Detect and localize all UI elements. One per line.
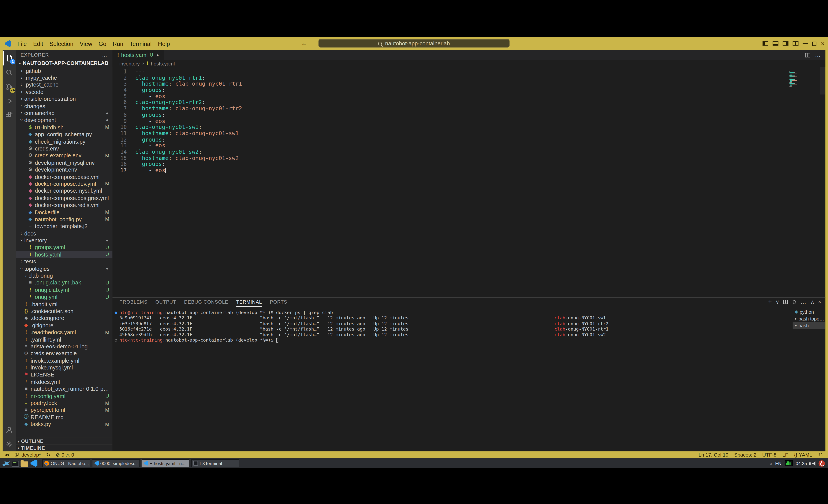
toggle-sidebar-icon[interactable]: [763, 41, 769, 46]
notifications-bell-icon[interactable]: [818, 452, 823, 458]
file-manager-launcher-icon[interactable]: [20, 461, 28, 466]
customize-layout-icon[interactable]: [793, 41, 799, 46]
project-root-row[interactable]: › NAUTOBOT-APP-CONTAINERLAB: [16, 59, 112, 67]
taskbar-window-hosts.yaml-n...[interactable]: ●hosts.yaml - n...: [141, 459, 190, 467]
tree-file-development-mysql.env[interactable]: ⚙development_mysql.env: [16, 159, 112, 166]
window-maximize-button[interactable]: [813, 41, 817, 46]
tree-folder-.github[interactable]: ›.github: [16, 67, 112, 74]
toggle-panel-icon[interactable]: [773, 41, 779, 46]
menu-view[interactable]: View: [77, 39, 95, 48]
menu-edit[interactable]: Edit: [30, 39, 46, 48]
terminal-dropdown-chevron-icon[interactable]: ∨: [776, 299, 779, 305]
tree-folder-tests[interactable]: ›tests: [16, 258, 112, 265]
tree-folder-containerlab[interactable]: ›containerlab●: [16, 110, 112, 117]
tree-file-towncrier-template.j2[interactable]: ≡towncrier_template.j2: [16, 222, 112, 229]
tree-file-onug.yml[interactable]: !onug.ymlU: [16, 293, 112, 300]
tree-file-onug.clab.yml[interactable]: !onug.clab.ymlU: [16, 286, 112, 293]
split-editor-icon[interactable]: [805, 52, 811, 58]
taskbar-window-lxterminal[interactable]: LXTerminal: [191, 459, 239, 467]
power-icon[interactable]: [819, 460, 825, 466]
terminal-instance-bash-topo-[interactable]: ▸bash topo…: [793, 315, 825, 322]
menu-file[interactable]: File: [14, 39, 30, 48]
tree-file-hosts.yaml[interactable]: !hosts.yamlU: [16, 251, 112, 258]
command-center[interactable]: nautobot-app-containerlab: [319, 39, 510, 48]
tree-file-invoke.mysql.yml[interactable]: !invoke.mysql.yml: [16, 364, 112, 371]
timeline-section[interactable]: › TIMELINE: [16, 445, 112, 451]
tree-file-invoke.example.yml[interactable]: !invoke.example.yml: [16, 357, 112, 364]
menu-selection[interactable]: Selection: [46, 39, 77, 48]
panel-tab-terminal[interactable]: TERMINAL: [236, 298, 262, 307]
activitybar-run-debug-icon[interactable]: [3, 94, 16, 108]
terminal-instance-python[interactable]: ◆python: [793, 308, 825, 315]
tree-file-poetry.lock[interactable]: ≡poetry.lockM: [16, 399, 112, 406]
panel-tab-debug-console[interactable]: DEBUG CONSOLE: [184, 298, 229, 307]
maximize-panel-chevron-icon[interactable]: ∧: [811, 299, 814, 305]
breadcrumb-folder[interactable]: inventory: [119, 60, 140, 67]
tree-file-development.env[interactable]: ⚙development.env: [16, 166, 112, 173]
remote-indicator[interactable]: ><: [5, 452, 9, 458]
code-editor[interactable]: 1---2clab-onug-nyc01-rtr1:3 hostname: cl…: [113, 67, 826, 297]
minimap[interactable]: [789, 69, 817, 85]
browser-launcher-icon[interactable]: [11, 461, 19, 466]
tree-file-.gitignore[interactable]: ◆.gitignore: [16, 322, 112, 329]
activitybar-source-control-icon[interactable]: 74: [3, 80, 16, 94]
new-terminal-icon[interactable]: +: [768, 299, 772, 304]
tree-folder-clab-onug[interactable]: ›clab-onug: [16, 272, 112, 279]
terminal-instance-bash[interactable]: ▸bash: [793, 322, 825, 329]
terminal[interactable]: ntc@ntc-training:nautobot-app-containerl…: [113, 307, 793, 451]
cpu-monitor[interactable]: [785, 460, 792, 466]
menu-terminal[interactable]: Terminal: [126, 39, 155, 48]
tree-file-dockerfile[interactable]: ◆DockerfileM: [16, 208, 112, 215]
split-terminal-icon[interactable]: [783, 300, 788, 304]
window-close-button[interactable]: ×: [821, 41, 825, 46]
tree-file-.yamllint.yml[interactable]: !.yamllint.yml: [16, 336, 112, 343]
menu-run[interactable]: Run: [110, 39, 127, 48]
tree-folder-changes[interactable]: ›changes: [16, 102, 112, 110]
kill-terminal-trash-icon[interactable]: [792, 299, 797, 304]
activitybar-search-icon[interactable]: [3, 66, 16, 80]
tree-folder-.pytest-cache[interactable]: ›.pytest_cache: [16, 81, 112, 88]
taskbar-window-onug-nautobo...[interactable]: ONUG - Nautobo...: [42, 459, 90, 467]
tree-file-nr-config.yaml[interactable]: !nr-config.yamlU: [16, 392, 112, 399]
taskbar-window-0000-simpledesi...[interactable]: 0000_simpledesi...: [92, 459, 140, 467]
tree-file-docker-compose.redis.yml[interactable]: ◆docker-compose.redis.yml: [16, 201, 112, 208]
tree-file-arista-eos-demo-01.log[interactable]: ≡arista-eos-demo-01.log: [16, 343, 112, 350]
tree-file-creds.env[interactable]: ⚙creds.env: [16, 145, 112, 152]
tree-file-check-migrations.py[interactable]: ◆check_migrations.py: [16, 138, 112, 145]
tree-file-docker-compose.postgres.yml[interactable]: ◆docker-compose.postgres.yml: [16, 194, 112, 201]
tree-folder-ansible-orchestration[interactable]: ›ansible-orchestration: [16, 95, 112, 102]
tree-file-docker-compose.dev.yml[interactable]: ◆docker-compose.dev.ymlM: [16, 180, 112, 187]
tray-expand-icon[interactable]: ▴: [770, 461, 772, 465]
tree-file-groups.yaml[interactable]: !groups.yamlU: [16, 244, 112, 251]
statusbar-spaces[interactable]: Spaces: 2: [734, 452, 757, 458]
app-menu-icon[interactable]: [2, 460, 10, 467]
tree-file-.bandit.yml[interactable]: !.bandit.yml: [16, 300, 112, 307]
language-mode[interactable]: {}YAML: [794, 452, 812, 458]
tree-folder-.mypy-cache[interactable]: ›.mypy_cache: [16, 74, 112, 81]
toggle-secondary-sidebar-icon[interactable]: [783, 41, 789, 46]
panel-more-actions-icon[interactable]: …: [800, 300, 807, 303]
activitybar-settings-gear-icon[interactable]: [3, 437, 16, 451]
clock[interactable]: 04:25: [796, 461, 807, 466]
tree-file-pyproject.toml[interactable]: ≡pyproject.tomlM: [16, 406, 112, 413]
activitybar-explorer-icon[interactable]: 1: [3, 51, 16, 66]
tree-file-docker-compose.mysql.yml[interactable]: ◆docker-compose.mysql.yml: [16, 187, 112, 194]
keyboard-layout-indicator[interactable]: EN: [775, 461, 782, 466]
tree-file-nautobot-awx-runner-0.1.0-py3-none-...[interactable]: ■nautobot_awx_runner-0.1.0-py3-none-...: [16, 385, 112, 392]
tree-file-.readthedocs.yaml[interactable]: !.readthedocs.yamlM: [16, 329, 112, 336]
menu-go[interactable]: Go: [95, 39, 109, 48]
activitybar-account-icon[interactable]: [3, 423, 16, 437]
statusbar-ln-17[interactable]: Ln 17, Col 10: [699, 452, 728, 458]
tree-file-.onug.clab.yml.bak[interactable]: ≡.onug.clab.yml.bakU: [16, 279, 112, 286]
tree-file-license[interactable]: ⚑LICENSE: [16, 371, 112, 378]
window-minimize-button[interactable]: [803, 43, 808, 44]
outline-section[interactable]: › OUTLINE: [16, 437, 112, 445]
tab-hosts-yaml[interactable]: ! hosts.yaml U ●: [113, 50, 164, 59]
statusbar-utf-8[interactable]: UTF-8: [762, 452, 777, 458]
close-panel-icon[interactable]: ×: [818, 299, 821, 305]
activitybar-extensions-icon[interactable]: [3, 108, 16, 122]
vscode-menu-icon[interactable]: [4, 40, 11, 47]
tree-file-creds.env.example[interactable]: ⚙creds.env.example: [16, 350, 112, 357]
back-arrow-icon[interactable]: ←: [301, 40, 307, 47]
panel-tab-ports[interactable]: PORTS: [270, 298, 287, 307]
